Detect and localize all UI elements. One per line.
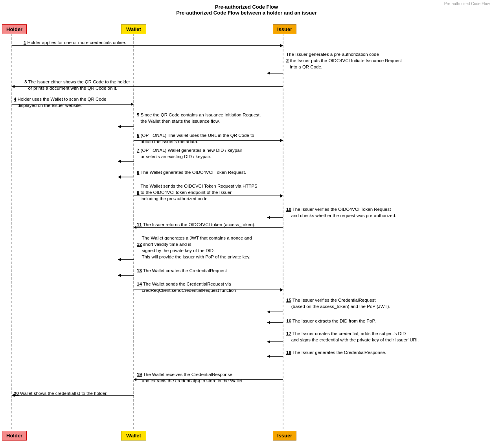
- title-line2: Pre-authorized Code Flow between a holde…: [0, 10, 493, 16]
- step-16-label: 16 The Issuer extracts the DID from the …: [286, 318, 376, 324]
- step-18-label: 18 The Issuer generates the CredentialRe…: [286, 349, 386, 356]
- step-9-num: 9: [137, 190, 139, 195]
- step-20-num: 20: [14, 391, 19, 396]
- step-6-num: 6: [137, 133, 139, 138]
- step-8-label: 8 The Wallet generates the OIDC4VCI Toke…: [137, 169, 246, 175]
- step-11-label: 11 The Issuer returns the OIDC4VCI token…: [137, 221, 256, 228]
- step-14-num: 14: [137, 282, 142, 286]
- step-7-num: 7: [137, 148, 139, 153]
- wallet-box-top: Wallet: [121, 24, 146, 34]
- step-14-label: 14 The Wallet sends the CredentialReques…: [137, 281, 236, 293]
- step-2-num: 2: [286, 58, 289, 63]
- step-1-num: 1: [24, 40, 26, 45]
- step-5-num: 5: [137, 112, 139, 117]
- svg-marker-16: [118, 160, 121, 163]
- step-18-num: 18: [286, 350, 291, 355]
- holder-box-bottom: Holder: [2, 431, 27, 441]
- step-19-label: 19 The Wallet receives the CredentialRes…: [137, 371, 244, 384]
- svg-marker-22: [267, 216, 270, 219]
- step-13-num: 13: [137, 268, 142, 273]
- svg-marker-14: [280, 139, 283, 142]
- step-3-label: 3 The Issuer either shows the QR Code to…: [24, 79, 130, 91]
- step-12-label: The Wallet generates a JWT that contains…: [137, 235, 252, 260]
- svg-marker-38: [267, 355, 270, 358]
- holder-box-top: Holder: [2, 24, 27, 34]
- step-19-num: 19: [137, 372, 142, 377]
- svg-marker-12: [118, 125, 121, 128]
- svg-marker-34: [267, 321, 270, 324]
- svg-marker-40: [134, 378, 136, 381]
- step-8-num: 8: [137, 170, 139, 175]
- svg-marker-24: [134, 226, 136, 229]
- step-15-num: 15: [286, 298, 291, 302]
- step-13-label: 13 The Wallet creates the CredentialRequ…: [137, 267, 227, 274]
- step-7-label: 7 (OPTIONAL) Wallet generates a new DID …: [137, 147, 242, 160]
- step-1-label: 1 Holder applies for one or more credent…: [24, 39, 126, 46]
- svg-marker-28: [118, 274, 121, 277]
- step-10-num: 10: [286, 207, 291, 212]
- step-5-label: 5 Since the QR Code contains an Issuance…: [137, 112, 261, 124]
- step-16-num: 16: [286, 319, 291, 323]
- page-title-area: Pre-authorized Code Flow Pre-authorized …: [0, 0, 493, 19]
- wallet-box-bottom: Wallet: [121, 431, 146, 441]
- step-3-num: 3: [24, 79, 27, 84]
- issuer-box-top: Issuer: [273, 24, 296, 34]
- svg-marker-36: [267, 340, 270, 343]
- svg-marker-4: [280, 44, 283, 47]
- step-10-label: 10 The Issuer verifies the OIDC4VCI Toke…: [286, 206, 396, 219]
- svg-marker-20: [280, 194, 283, 197]
- step-4-num: 4: [14, 97, 16, 101]
- issuer-box-bottom: Issuer: [273, 431, 296, 441]
- step-4-label: 4 Holder uses the Wallet to scan the QR …: [14, 96, 106, 109]
- step-17-num: 17: [286, 331, 291, 336]
- svg-marker-26: [118, 258, 121, 261]
- step-17-label: 17 The Issuer creates the credential, ad…: [286, 330, 419, 343]
- step-6-label: 6 (OPTIONAL) The wallet uses the URL in …: [137, 132, 254, 145]
- step-20-label: 20 Wallet shows the credential(s) to the…: [14, 390, 108, 396]
- svg-marker-8: [12, 85, 15, 88]
- svg-marker-10: [131, 103, 134, 106]
- svg-marker-32: [267, 310, 270, 313]
- step-11-num: 11: [137, 222, 142, 227]
- step-9-label: The Wallet sends the OIDCVCI Token Reque…: [137, 183, 258, 202]
- watermark: Pre-authorized Code Flow: [444, 2, 490, 6]
- step-2-label: The Issuer generates a pre-authorization…: [286, 51, 402, 70]
- step-15-label: 15 The Issuer verifies the CredentialReq…: [286, 297, 390, 310]
- svg-marker-6: [267, 72, 270, 75]
- svg-marker-30: [280, 288, 283, 291]
- step-12-num: 12: [137, 242, 142, 247]
- title-line1: Pre-authorized Code Flow: [0, 4, 493, 10]
- svg-marker-18: [118, 175, 121, 179]
